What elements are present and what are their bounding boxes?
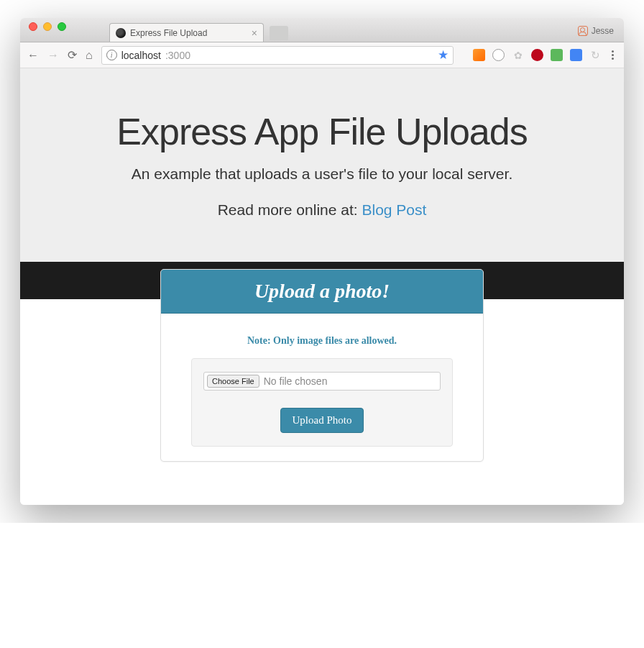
extension-icon[interactable] bbox=[551, 49, 563, 61]
new-tab-button[interactable] bbox=[270, 26, 288, 40]
browser-window: Express File Upload × Jesse ← → ⟳ ⌂ i lo… bbox=[20, 18, 624, 505]
hero-section: Express App File Uploads An example that… bbox=[20, 68, 624, 262]
home-icon[interactable]: ⌂ bbox=[86, 49, 93, 62]
page-bottom-spacer bbox=[20, 462, 624, 505]
window-titlebar: Express File Upload × Jesse bbox=[20, 18, 624, 42]
pinterest-icon[interactable] bbox=[531, 49, 543, 61]
close-window-button[interactable] bbox=[29, 22, 37, 31]
no-file-text: No file chosen bbox=[264, 375, 328, 387]
tab-strip: Express File Upload × bbox=[109, 18, 288, 42]
card-heading: Upload a photo! bbox=[161, 270, 483, 314]
file-input[interactable]: Choose File No file chosen bbox=[203, 372, 441, 391]
url-host: localhost bbox=[121, 50, 161, 61]
page-subtitle: An example that uploads a user's file to… bbox=[42, 165, 602, 183]
address-bar-row: ← → ⟳ ⌂ i localhost:3000 ★ ✿ ↻ bbox=[20, 42, 624, 68]
favicon-icon bbox=[116, 28, 126, 38]
upload-card: Upload a photo! Note: Only image files a… bbox=[160, 269, 484, 462]
read-more-prefix: Read more online at: bbox=[218, 201, 362, 218]
address-bar[interactable]: i localhost:3000 ★ bbox=[101, 46, 454, 65]
note-text: Note: Only image files are allowed. bbox=[175, 335, 469, 347]
user-icon bbox=[578, 26, 588, 36]
minimize-window-button[interactable] bbox=[43, 22, 52, 31]
close-tab-icon[interactable]: × bbox=[252, 27, 257, 39]
page-title: Express App File Uploads bbox=[42, 111, 602, 152]
profile-name: Jesse bbox=[592, 26, 614, 36]
tab-title: Express File Upload bbox=[130, 28, 207, 38]
bookmark-star-icon[interactable]: ★ bbox=[438, 47, 448, 63]
extensions-tray: ✿ ↻ bbox=[473, 49, 617, 61]
browser-tab-active[interactable]: Express File Upload × bbox=[109, 23, 264, 42]
url-port: :3000 bbox=[165, 50, 190, 61]
reload-icon[interactable]: ⟳ bbox=[68, 48, 77, 62]
extension-icon[interactable] bbox=[473, 49, 485, 61]
file-panel: Choose File No file chosen Upload Photo bbox=[191, 358, 453, 447]
card-body: Note: Only image files are allowed. Choo… bbox=[161, 314, 483, 461]
extension-icon[interactable]: ↻ bbox=[589, 49, 602, 61]
browser-menu-icon[interactable] bbox=[609, 50, 617, 60]
site-info-icon[interactable]: i bbox=[106, 50, 117, 60]
back-icon[interactable]: ← bbox=[27, 49, 39, 62]
profile-chip[interactable]: Jesse bbox=[578, 26, 614, 42]
traffic-lights bbox=[29, 18, 66, 42]
translate-icon[interactable] bbox=[570, 49, 582, 61]
extension-icon[interactable]: ✿ bbox=[512, 49, 524, 61]
forward-icon: → bbox=[47, 49, 59, 62]
content-area: Upload a photo! Note: Only image files a… bbox=[20, 299, 624, 462]
choose-file-button[interactable]: Choose File bbox=[207, 375, 259, 388]
read-more-line: Read more online at: Blog Post bbox=[42, 201, 602, 219]
maximize-window-button[interactable] bbox=[58, 22, 66, 31]
extension-icon[interactable] bbox=[492, 49, 505, 61]
blog-post-link[interactable]: Blog Post bbox=[362, 201, 426, 218]
upload-photo-button[interactable]: Upload Photo bbox=[280, 408, 364, 433]
